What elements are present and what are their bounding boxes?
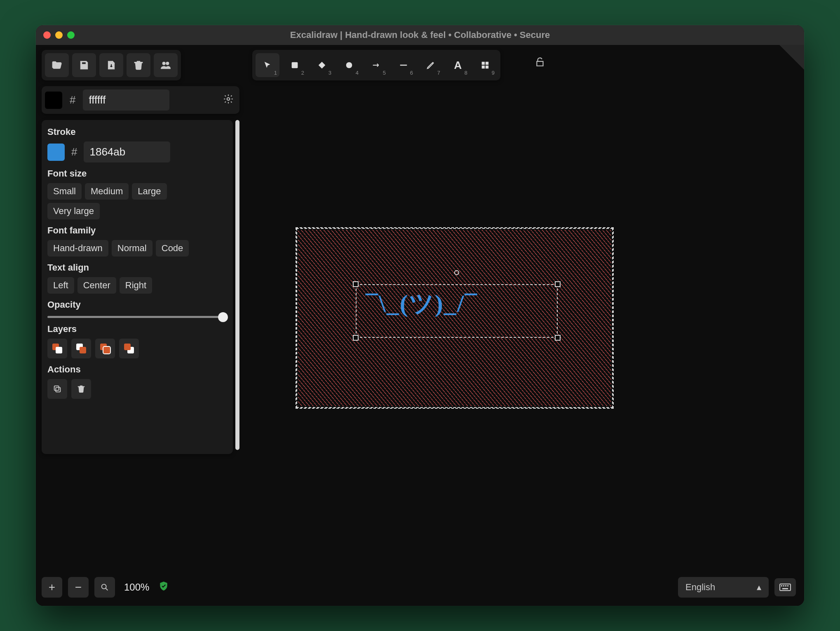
zoom-level: 100% bbox=[121, 582, 153, 593]
reset-zoom-icon bbox=[100, 583, 109, 592]
app-body: 1 2 3 4 5 6 7 bbox=[36, 45, 804, 606]
svg-rect-16 bbox=[787, 585, 788, 586]
resize-handle-se[interactable] bbox=[555, 335, 561, 341]
app-window: Excalidraw | Hand-drawn look & feel • Co… bbox=[36, 25, 804, 606]
minus-icon: − bbox=[75, 581, 82, 594]
text-selection-box bbox=[356, 284, 558, 338]
window-title: Excalidraw | Hand-drawn look & feel • Co… bbox=[36, 30, 804, 40]
zoom-out-button[interactable]: − bbox=[68, 577, 89, 598]
encrypted-badge[interactable] bbox=[158, 580, 169, 595]
keyboard-icon bbox=[779, 583, 791, 591]
maximize-window-icon[interactable] bbox=[67, 31, 75, 39]
close-window-icon[interactable] bbox=[43, 31, 51, 39]
footer-right: English ▴ bbox=[678, 577, 796, 598]
svg-point-11 bbox=[102, 584, 106, 589]
canvas[interactable]: ¯\_(ツ)_/¯ bbox=[36, 45, 804, 606]
svg-rect-13 bbox=[781, 585, 782, 586]
rotate-handle[interactable] bbox=[454, 270, 459, 275]
resize-handle-nw[interactable] bbox=[353, 281, 359, 287]
resize-handle-sw[interactable] bbox=[353, 335, 359, 341]
svg-rect-12 bbox=[780, 584, 791, 591]
plus-icon: + bbox=[49, 581, 55, 594]
zoom-reset-button[interactable] bbox=[94, 577, 115, 598]
svg-rect-17 bbox=[782, 588, 788, 589]
titlebar: Excalidraw | Hand-drawn look & feel • Co… bbox=[36, 25, 804, 45]
minimize-window-icon[interactable] bbox=[55, 31, 63, 39]
zoom-toolbar: + − 100% bbox=[42, 577, 169, 598]
svg-rect-15 bbox=[785, 585, 786, 586]
resize-handle-ne[interactable] bbox=[555, 281, 561, 287]
keyboard-shortcuts-button[interactable] bbox=[774, 578, 796, 596]
zoom-in-button[interactable]: + bbox=[42, 577, 62, 598]
language-label: English bbox=[685, 582, 715, 593]
svg-rect-14 bbox=[783, 585, 784, 586]
shield-icon bbox=[158, 580, 169, 592]
chevron-up-icon: ▴ bbox=[757, 582, 761, 593]
language-select[interactable]: English ▴ bbox=[678, 577, 769, 598]
